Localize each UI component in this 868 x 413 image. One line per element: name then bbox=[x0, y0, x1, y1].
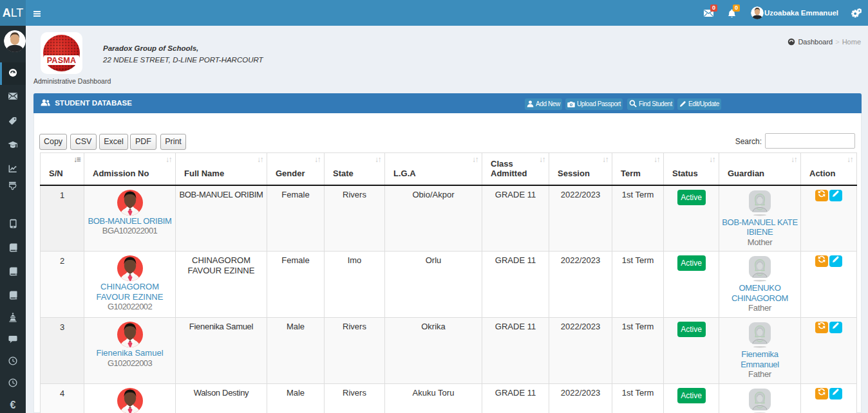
svg-text:PASMA: PASMA bbox=[47, 56, 77, 65]
